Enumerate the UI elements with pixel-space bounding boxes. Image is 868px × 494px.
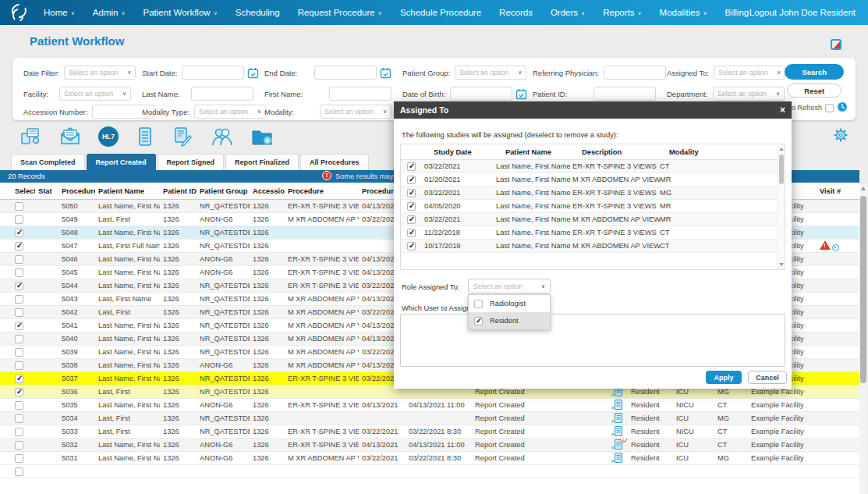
row-checkbox[interactable] [15,322,23,330]
col-procedure-id[interactable]: Procedure ID [58,187,95,195]
row-checkbox[interactable] [15,268,23,277]
calendar-icon[interactable] [247,67,259,79]
scrollbar-thumb[interactable] [860,196,866,383]
row-checkbox[interactable] [15,375,23,383]
filter-input[interactable] [329,87,391,101]
folder-export-icon[interactable] [251,126,275,147]
auto-refresh-checkbox[interactable] [825,104,834,112]
row-checkbox[interactable] [15,388,23,396]
study-row[interactable]: 10/17/2019 Last Name, First Name M XR AB… [401,240,785,253]
report-icon[interactable]: ! [611,412,623,424]
nav-item[interactable]: Scheduling ∨ [236,8,280,17]
report-icon[interactable]: ! [611,425,623,437]
nav-item[interactable]: Home ∨ [44,8,75,17]
row-checkbox[interactable] [15,414,23,423]
scroll-up-icon[interactable] [861,187,866,190]
row-checkbox[interactable] [15,348,23,357]
col-visit[interactable]: Visit # [817,187,859,195]
table-row[interactable]: ! [0,465,859,478]
close-icon[interactable]: × [780,105,785,116]
row-checkbox[interactable] [15,335,23,343]
row-checkbox[interactable] [15,467,23,476]
tab[interactable]: Report Finalized [225,154,299,170]
col-procedure[interactable]: Procedure [285,187,359,195]
study-checkbox[interactable] [407,189,416,197]
study-row[interactable]: 01/20/2021 Last Name, First Name M XR AB… [401,173,785,187]
filter-input[interactable] [191,87,253,101]
app-logo-icon[interactable] [8,2,30,23]
filter-input[interactable] [450,87,512,101]
filter-select[interactable]: Select an option∨ [714,66,785,80]
table-row[interactable]: 5031 Last Name, First Name 1326 ANON-G6 … [0,452,859,465]
nav-item[interactable]: Orders ∨ [551,8,585,17]
calendar-icon[interactable] [380,67,391,79]
role-option-checkbox[interactable] [474,300,483,308]
print-film-icon[interactable] [20,126,42,147]
table-row[interactable]: 5033 Last, First 1326 NR_QATESTDEV 1326 … [0,425,859,439]
row-checkbox[interactable] [15,401,23,410]
filter-select[interactable]: Select an option∨ [320,105,391,119]
patients-icon[interactable] [211,126,234,147]
scroll-down-icon[interactable] [779,263,784,266]
filter-input[interactable] [604,66,666,80]
nav-item[interactable]: Admin ∨ [93,8,126,17]
col-select[interactable]: Select [0,187,35,195]
nav-item[interactable]: Modalities ∨ [660,8,707,17]
nav-item[interactable]: Billing ∨ [725,8,749,17]
row-checkbox[interactable] [15,215,23,224]
row-checkbox[interactable] [15,282,23,290]
study-row[interactable]: 11/22/2018 Last Name, First Name ER-XR T… [401,226,785,240]
clock-icon[interactable] [837,101,848,114]
tab[interactable]: All Procedures [300,154,369,170]
filter-select[interactable]: Select an option∨ [455,66,526,80]
row-checkbox[interactable] [15,441,23,450]
apply-button[interactable]: Apply [706,371,742,384]
filter-input[interactable] [314,66,377,80]
row-checkbox[interactable] [15,255,23,264]
table-scrollbar[interactable] [859,184,867,494]
mail-icon[interactable] [59,126,81,147]
filter-input[interactable] [593,87,656,101]
study-checkbox[interactable] [407,215,416,224]
row-checkbox[interactable] [15,361,23,370]
study-list-scrollbar[interactable] [777,144,785,269]
tab[interactable]: Scan Completed [11,154,85,170]
col-patient-id[interactable]: Patient ID [160,187,197,195]
row-checkbox[interactable] [15,295,23,304]
role-dropdown[interactable]: Select an option∨ [468,279,551,293]
report-icon[interactable]: ! [611,452,623,464]
filter-select[interactable]: Select an option∨ [713,87,785,101]
warning-triangle-icon[interactable] [820,240,831,250]
scroll-up-icon[interactable] [779,147,784,151]
row-checkbox[interactable] [15,202,23,211]
row-checkbox[interactable] [15,242,23,251]
worklist-icon[interactable] [136,126,154,147]
table-row[interactable]: 5034 Last, First 1326 NR_QATESTDEV 1326 … [0,412,859,425]
alert-panel-icon[interactable] [831,39,841,50]
study-row[interactable]: 04/05/2020 Last Name, First Name ER-XR T… [401,200,785,213]
filter-select[interactable]: Select an option∨ [59,87,131,101]
sign-report-icon[interactable] [172,126,193,147]
search-button[interactable]: Search [785,64,844,80]
col-stat[interactable]: Stat [35,187,58,195]
report-icon[interactable]: ! [611,399,623,410]
settings-gear-icon[interactable] [832,126,849,147]
col-patient-name[interactable]: Patient Name [95,187,160,195]
study-row[interactable]: 03/22/2021 Last Name, First Name ER-XR T… [401,160,785,173]
study-checkbox[interactable] [407,162,416,171]
study-checkbox[interactable] [407,229,416,237]
table-row[interactable]: 5032 Last Name, First Name 1326 ANON-G6 … [0,439,859,452]
row-checkbox[interactable] [15,428,23,436]
nav-item[interactable]: Patient Workflow ∨ [143,8,218,17]
nav-item[interactable]: Records ∨ [499,8,533,17]
hl7-icon[interactable]: HL7 [98,126,119,147]
col-accession[interactable]: Accession # [250,187,285,195]
col-patient-group[interactable]: Patient Group [197,187,250,195]
role-option[interactable]: Resident [469,312,550,329]
table-row[interactable]: 5035 Last Name, First Name 1326 ANON-G6 … [0,399,859,412]
study-checkbox[interactable] [407,242,416,251]
study-row[interactable]: 03/22/2021 Last Name, First Name ER-XR T… [401,187,785,200]
user-listbox[interactable] [400,314,785,367]
row-checkbox[interactable] [15,308,23,317]
filter-select[interactable]: Select an option∨ [64,66,136,80]
